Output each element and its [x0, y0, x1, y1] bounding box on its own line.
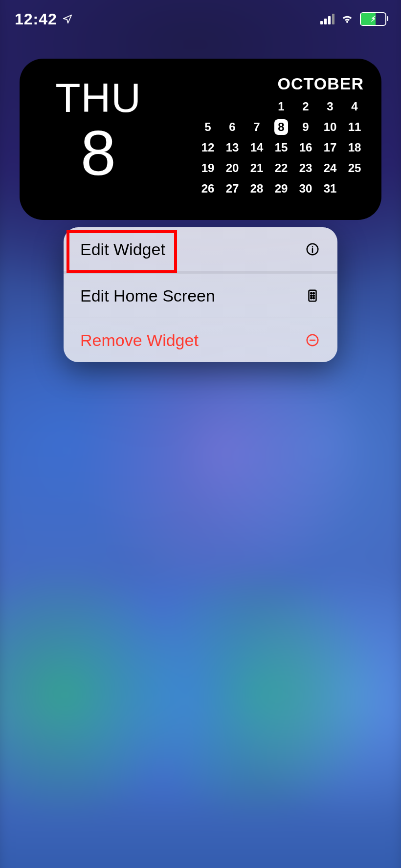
- calendar-day: 31: [318, 178, 342, 199]
- calendar-day: 3: [318, 96, 342, 117]
- calendar-day: 22: [269, 158, 293, 178]
- location-arrow-icon: [62, 10, 73, 28]
- context-menu-label: Remove Widget: [80, 331, 199, 350]
- svg-point-3: [311, 293, 312, 294]
- svg-point-7: [311, 298, 312, 299]
- status-bar: 12:42 ⚡︎: [0, 0, 401, 38]
- calendar-day: 12: [196, 137, 220, 158]
- calendar-widget[interactable]: THU 8 OCTOBER 12345678910111213141516171…: [20, 59, 381, 220]
- calendar-day: 9: [293, 117, 318, 137]
- calendar-day: 17: [318, 137, 342, 158]
- battery-charging-icon: ⚡︎: [360, 12, 386, 26]
- calendar-day: 18: [342, 137, 367, 158]
- calendar-day: 27: [220, 178, 245, 199]
- info-icon: [304, 242, 321, 257]
- calendar-day: 24: [318, 158, 342, 178]
- svg-point-5: [311, 295, 312, 297]
- svg-point-1: [312, 246, 313, 248]
- calendar-day: 8: [269, 117, 293, 137]
- calendar-day: 5: [196, 117, 220, 137]
- cellular-signal-icon: [320, 14, 334, 24]
- calendar-day: 28: [245, 178, 269, 199]
- calendar-day: 16: [293, 137, 318, 158]
- calendar-day: 7: [245, 117, 269, 137]
- calendar-day: 29: [269, 178, 293, 199]
- month-label: OCTOBER: [278, 74, 364, 93]
- apps-grid-icon: [304, 288, 321, 303]
- calendar-day: 30: [293, 178, 318, 199]
- calendar-day: 20: [220, 158, 245, 178]
- calendar-day: 11: [342, 117, 367, 137]
- calendar-day: 15: [269, 137, 293, 158]
- annotation-highlight-box: [67, 230, 177, 273]
- remove-circle-icon: [304, 333, 321, 347]
- wifi-icon: [340, 11, 354, 27]
- clock-label: 12:42: [15, 10, 57, 28]
- svg-point-6: [313, 295, 314, 297]
- calendar-day: 13: [220, 137, 245, 158]
- context-menu-item[interactable]: Remove Widget: [64, 318, 337, 362]
- calendar-day: 2: [293, 96, 318, 117]
- today-date: 8: [81, 121, 116, 185]
- calendar-day: 1: [269, 96, 293, 117]
- calendar-day: 19: [196, 158, 220, 178]
- status-time: 12:42: [15, 10, 73, 28]
- calendar-day: 25: [342, 158, 367, 178]
- status-right-group: ⚡︎: [320, 11, 386, 27]
- calendar-day: 6: [220, 117, 245, 137]
- context-menu-label: Edit Home Screen: [80, 286, 215, 305]
- calendar-day: 4: [342, 96, 367, 117]
- calendar-day: 10: [318, 117, 342, 137]
- calendar-day: 23: [293, 158, 318, 178]
- today-weekday: THU: [55, 77, 141, 118]
- svg-point-4: [313, 293, 314, 294]
- calendar-widget-month: OCTOBER 12345678910111213141516171819202…: [169, 72, 367, 210]
- calendar-day: 14: [245, 137, 269, 158]
- calendar-widget-today: THU 8: [37, 72, 159, 210]
- calendar-day: 26: [196, 178, 220, 199]
- calendar-day: 21: [245, 158, 269, 178]
- svg-point-8: [313, 298, 314, 299]
- month-grid: 1234567891011121314151617181920212223242…: [196, 96, 367, 199]
- context-menu-item[interactable]: Edit Home Screen: [64, 271, 337, 318]
